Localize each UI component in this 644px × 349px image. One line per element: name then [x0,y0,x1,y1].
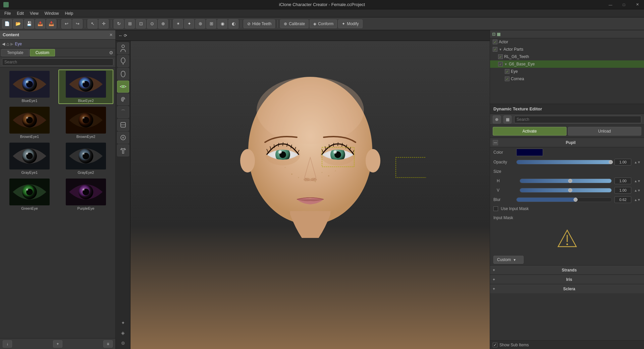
close-button[interactable]: ✕ [631,0,644,9]
pose-button[interactable]: ✦ [117,318,129,328]
activate-button[interactable]: Activate [493,127,567,136]
color-swatch[interactable] [516,149,543,156]
tree-check-base-eye[interactable]: ✓ [498,62,503,66]
content-close-icon[interactable]: ✕ [109,33,113,37]
strands-expand-button[interactable]: + [493,268,495,272]
light-button[interactable]: ◐ [228,19,238,29]
eye-item-blueeye1[interactable]: BlueEye1 [2,69,57,104]
minimize-button[interactable]: — [604,0,617,9]
tree-check-teeth[interactable]: ✓ [498,54,503,59]
opacity-arrows[interactable]: ▲▼ [634,160,641,164]
size-h-arrows[interactable]: ▲▼ [634,179,641,183]
menu-window[interactable]: Window [42,10,62,16]
modify-button[interactable]: ✦ Modify [338,19,362,28]
size-v-slider[interactable] [520,188,612,193]
eye-button[interactable] [117,81,129,93]
download-button[interactable]: ↓ [3,340,12,348]
eye-item-greeneye[interactable]: GreenEye [2,177,57,212]
menu-edit[interactable]: Edit [14,10,26,16]
tree-g6-base-eye[interactable]: ✓ ▼ G6_Base_Eye [490,60,644,68]
size-h-slider[interactable] [520,179,612,183]
tree-check-actor-parts[interactable]: ✓ [493,47,497,52]
custom-dropdown[interactable]: Custom ▼ [493,256,524,264]
blur-slider[interactable] [516,197,612,202]
viewport-refresh-icon[interactable]: ⟳ [124,33,127,38]
texture-icon1[interactable]: ⊕ [493,115,501,123]
eye-item-browneye2[interactable]: BrownEye2 [58,105,113,140]
viewport-3d[interactable] [130,41,490,349]
camera-button[interactable]: ⊕ [158,19,168,29]
rotate-button[interactable]: ↻ [114,19,124,29]
maximize-button[interactable]: □ [617,0,631,9]
tree-eye[interactable]: ✓ Eye [490,68,644,75]
undo-button[interactable]: ↩ [61,19,71,29]
size-v-arrows[interactable]: ▲▼ [634,189,641,192]
opacity-slider[interactable] [516,160,612,164]
eye-item-grayeye1[interactable]: GrayEye1 [2,141,57,176]
tree-rl-g6-teeth[interactable]: ✓ RL_G6_Teeth [490,53,644,60]
cloth-button[interactable] [117,144,129,156]
show-sub-items-checkbox[interactable]: ✓ [493,343,497,347]
tab-settings-icon[interactable]: ⚙ [109,50,113,55]
pupil-collapse-button[interactable]: — [493,140,498,145]
menu-help[interactable]: Help [62,10,76,16]
sclera-expand-button[interactable]: + [493,287,495,291]
search-input[interactable] [2,58,113,66]
physics-button[interactable]: ⊛ [195,19,205,29]
eye-item-browneye1[interactable]: BrownEye1 [2,105,57,140]
open-button[interactable]: 📂 [13,19,23,29]
spring-button[interactable]: ⊚ [117,338,129,348]
select-button[interactable]: ↖ [88,19,98,29]
person-mode-button[interactable] [117,42,129,54]
tree-icon1[interactable]: ⊡ [492,32,495,37]
constraint-button[interactable]: ✦ [184,19,194,29]
new-button[interactable]: 📄 [2,19,12,29]
import-button[interactable]: 📥 [46,19,56,29]
tree-check-eye[interactable]: ✓ [505,69,509,74]
tree-icon2[interactable]: ▦ [497,32,500,37]
menu-view[interactable]: View [27,10,41,16]
tab-template[interactable]: Template [1,49,29,56]
conform-button[interactable]: ◈ Conform [310,19,337,28]
weight-button[interactable]: ◈ [117,328,129,338]
size-h-thumb[interactable] [568,179,572,183]
head-button[interactable] [117,68,129,80]
iris-expand-button[interactable]: + [493,277,495,282]
eye-item-purpleeye[interactable]: PurpleEye [58,177,113,212]
tree-cornea[interactable]: ✓ Cornea [490,75,644,83]
save-button[interactable]: 💾 [24,19,34,29]
add-button[interactable]: + [53,340,62,348]
texture-icon2[interactable]: ▦ [503,115,512,123]
tree-check-cornea[interactable]: ✓ [505,77,509,81]
strands-section-bar[interactable]: + Strands [490,265,644,275]
grid-button[interactable]: ⊞ [206,19,216,29]
move-button[interactable]: ✛ [99,19,109,29]
blur-arrows[interactable]: ▲▼ [634,198,641,202]
ik-button[interactable]: ✴ [173,19,183,29]
snap-button[interactable]: ⊞ [125,19,135,29]
tree-check-actor[interactable]: ✓ [493,40,497,44]
redo-button[interactable]: ↪ [72,19,83,29]
hide-teeth-button[interactable]: ⊘ Hide Teeth [244,19,275,28]
tree-actor[interactable]: ✓ Actor [490,38,644,46]
opacity-thumb[interactable] [609,160,613,164]
breadcrumb-home-icon[interactable]: ⌂ [6,41,9,47]
size-v-thumb[interactable] [568,188,572,192]
use-input-mask-checkbox[interactable] [493,206,498,211]
eye-item-grayeye2[interactable]: GrayEye2 [58,141,113,176]
iris-section-bar[interactable]: + Iris [490,275,644,284]
calibrate-button[interactable]: ⊕ Calibrate [280,19,309,28]
morph-button[interactable] [117,119,129,131]
brow-button[interactable]: ⌒ [117,106,129,118]
sclera-section-bar[interactable]: + Sclera [490,284,644,293]
pupil-section-bar[interactable]: — Pupil [490,138,644,147]
extra-button[interactable]: ≡ [103,340,113,348]
perspective-button[interactable]: ◉ [217,19,227,29]
unload-button[interactable]: Unload [568,127,642,136]
scale-button[interactable]: ⊡ [136,19,146,29]
menu-file[interactable]: File [2,10,13,16]
export-button[interactable]: 📤 [35,19,45,29]
breadcrumb-nav-back[interactable]: ◀ [2,42,5,46]
fit-button[interactable]: ⊙ [147,19,157,29]
blur-thumb[interactable] [574,198,578,202]
